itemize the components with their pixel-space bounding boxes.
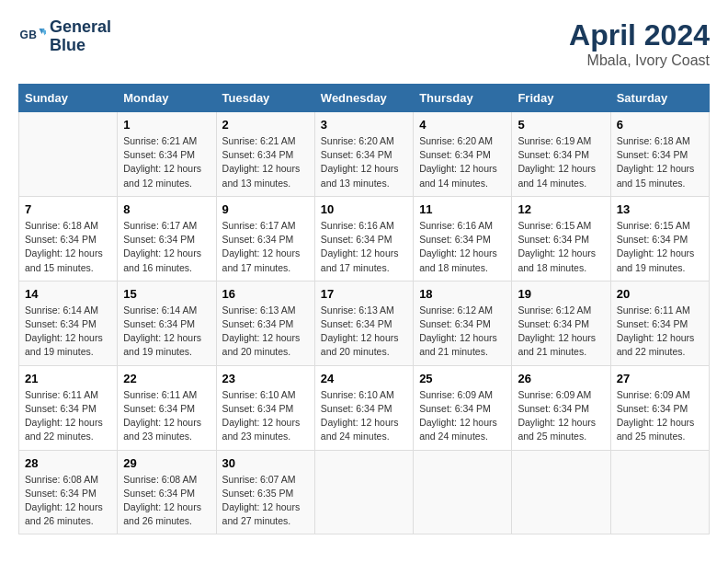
calendar-cell: 15Sunrise: 6:14 AMSunset: 6:34 PMDayligh… (118, 281, 216, 365)
day-info: Sunrise: 6:11 AMSunset: 6:34 PMDaylight:… (617, 304, 703, 360)
calendar-cell: 18Sunrise: 6:12 AMSunset: 6:34 PMDayligh… (414, 281, 512, 365)
day-info: Sunrise: 6:17 AMSunset: 6:34 PMDaylight:… (123, 219, 210, 275)
day-number: 30 (222, 456, 309, 470)
day-number: 29 (123, 456, 210, 470)
day-info: Sunrise: 6:16 AMSunset: 6:34 PMDaylight:… (321, 219, 407, 275)
calendar-cell: 19Sunrise: 6:12 AMSunset: 6:34 PMDayligh… (512, 281, 610, 365)
month-title: April 2024 (569, 18, 710, 52)
calendar-cell: 22Sunrise: 6:11 AMSunset: 6:34 PMDayligh… (118, 365, 216, 450)
calendar-cell: 25Sunrise: 6:09 AMSunset: 6:34 PMDayligh… (414, 365, 512, 450)
day-info: Sunrise: 6:13 AMSunset: 6:34 PMDaylight:… (321, 304, 407, 360)
day-info: Sunrise: 6:11 AMSunset: 6:34 PMDaylight:… (25, 388, 111, 444)
day-info: Sunrise: 6:21 AMSunset: 6:34 PMDaylight:… (123, 134, 210, 190)
day-number: 23 (222, 372, 309, 385)
calendar-cell: 20Sunrise: 6:11 AMSunset: 6:34 PMDayligh… (610, 281, 709, 365)
calendar-cell: 5Sunrise: 6:19 AMSunset: 6:34 PMDaylight… (512, 112, 610, 197)
calendar-cell: 17Sunrise: 6:13 AMSunset: 6:34 PMDayligh… (314, 281, 413, 365)
day-number: 13 (617, 202, 703, 216)
calendar-cell (414, 450, 512, 534)
day-number: 11 (419, 202, 506, 216)
calendar-cell: 14Sunrise: 6:14 AMSunset: 6:34 PMDayligh… (19, 281, 118, 365)
day-info: Sunrise: 6:07 AMSunset: 6:35 PMDaylight:… (222, 473, 309, 529)
day-number: 7 (25, 202, 111, 216)
calendar-cell: 3Sunrise: 6:20 AMSunset: 6:34 PMDaylight… (314, 112, 413, 197)
calendar-cell: 13Sunrise: 6:15 AMSunset: 6:34 PMDayligh… (610, 196, 709, 281)
day-number: 18 (419, 287, 506, 301)
day-info: Sunrise: 6:13 AMSunset: 6:34 PMDaylight:… (222, 304, 309, 360)
day-info: Sunrise: 6:10 AMSunset: 6:34 PMDaylight:… (321, 388, 407, 444)
day-number: 24 (321, 372, 407, 385)
day-number: 12 (518, 202, 604, 216)
day-number: 6 (617, 118, 703, 132)
day-info: Sunrise: 6:15 AMSunset: 6:34 PMDaylight:… (617, 219, 703, 275)
day-info: Sunrise: 6:17 AMSunset: 6:34 PMDaylight:… (222, 219, 309, 275)
calendar-cell: 4Sunrise: 6:20 AMSunset: 6:34 PMDaylight… (414, 112, 512, 197)
calendar-cell: 7Sunrise: 6:18 AMSunset: 6:34 PMDaylight… (19, 196, 118, 281)
day-number: 9 (222, 202, 309, 216)
day-header-friday: Friday (512, 85, 610, 112)
day-number: 20 (617, 287, 703, 301)
calendar-cell (512, 450, 610, 534)
calendar-cell: 29Sunrise: 6:08 AMSunset: 6:34 PMDayligh… (118, 450, 216, 534)
header-row: SundayMondayTuesdayWednesdayThursdayFrid… (19, 85, 710, 112)
day-number: 15 (123, 287, 210, 301)
day-info: Sunrise: 6:09 AMSunset: 6:34 PMDaylight:… (617, 388, 703, 444)
calendar-cell: 21Sunrise: 6:11 AMSunset: 6:34 PMDayligh… (19, 365, 118, 450)
week-row: 21Sunrise: 6:11 AMSunset: 6:34 PMDayligh… (19, 365, 710, 450)
calendar-cell: 16Sunrise: 6:13 AMSunset: 6:34 PMDayligh… (216, 281, 314, 365)
day-info: Sunrise: 6:19 AMSunset: 6:34 PMDaylight:… (518, 134, 604, 190)
calendar-cell: 28Sunrise: 6:08 AMSunset: 6:34 PMDayligh… (19, 450, 118, 534)
day-number: 27 (617, 372, 703, 385)
calendar-cell: 30Sunrise: 6:07 AMSunset: 6:35 PMDayligh… (216, 450, 314, 534)
day-info: Sunrise: 6:20 AMSunset: 6:34 PMDaylight:… (321, 134, 407, 190)
calendar-cell: 11Sunrise: 6:16 AMSunset: 6:34 PMDayligh… (414, 196, 512, 281)
day-info: Sunrise: 6:15 AMSunset: 6:34 PMDaylight:… (518, 219, 604, 275)
day-number: 2 (222, 118, 309, 132)
week-row: 28Sunrise: 6:08 AMSunset: 6:34 PMDayligh… (19, 450, 710, 534)
calendar-cell: 12Sunrise: 6:15 AMSunset: 6:34 PMDayligh… (512, 196, 610, 281)
day-number: 19 (518, 287, 604, 301)
day-header-monday: Monday (118, 85, 216, 112)
calendar-cell: 24Sunrise: 6:10 AMSunset: 6:34 PMDayligh… (314, 365, 413, 450)
day-info: Sunrise: 6:10 AMSunset: 6:34 PMDaylight:… (222, 388, 309, 444)
day-info: Sunrise: 6:14 AMSunset: 6:34 PMDaylight:… (123, 304, 210, 360)
day-info: Sunrise: 6:18 AMSunset: 6:34 PMDaylight:… (617, 134, 703, 190)
day-header-tuesday: Tuesday (216, 85, 314, 112)
day-info: Sunrise: 6:09 AMSunset: 6:34 PMDaylight:… (518, 388, 604, 444)
week-row: 1Sunrise: 6:21 AMSunset: 6:34 PMDaylight… (19, 112, 710, 197)
day-header-sunday: Sunday (19, 85, 118, 112)
week-row: 7Sunrise: 6:18 AMSunset: 6:34 PMDaylight… (19, 196, 710, 281)
day-number: 25 (419, 372, 506, 385)
day-number: 22 (123, 372, 210, 385)
calendar-cell (314, 450, 413, 534)
logo-line1: General (50, 18, 111, 37)
day-info: Sunrise: 6:18 AMSunset: 6:34 PMDaylight:… (25, 219, 111, 275)
logo-icon: G B (18, 23, 46, 51)
calendar-cell (610, 450, 709, 534)
svg-text:G: G (20, 28, 28, 40)
day-info: Sunrise: 6:12 AMSunset: 6:34 PMDaylight:… (518, 304, 604, 360)
logo-line2: Blue (50, 37, 111, 55)
calendar-cell (19, 112, 118, 197)
day-number: 14 (25, 287, 111, 301)
day-number: 28 (25, 456, 111, 470)
calendar-cell: 2Sunrise: 6:21 AMSunset: 6:34 PMDaylight… (216, 112, 314, 197)
calendar-cell: 10Sunrise: 6:16 AMSunset: 6:34 PMDayligh… (314, 196, 413, 281)
calendar-cell: 6Sunrise: 6:18 AMSunset: 6:34 PMDaylight… (610, 112, 709, 197)
title-area: April 2024 Mbala, Ivory Coast (569, 18, 710, 69)
day-number: 21 (25, 372, 111, 385)
day-header-saturday: Saturday (610, 85, 709, 112)
calendar-cell: 23Sunrise: 6:10 AMSunset: 6:34 PMDayligh… (216, 365, 314, 450)
day-info: Sunrise: 6:12 AMSunset: 6:34 PMDaylight:… (419, 304, 506, 360)
day-number: 3 (321, 118, 407, 132)
calendar-body: 1Sunrise: 6:21 AMSunset: 6:34 PMDaylight… (19, 112, 710, 534)
day-info: Sunrise: 6:20 AMSunset: 6:34 PMDaylight:… (419, 134, 506, 190)
calendar-cell: 8Sunrise: 6:17 AMSunset: 6:34 PMDaylight… (118, 196, 216, 281)
day-number: 8 (123, 202, 210, 216)
calendar-cell: 27Sunrise: 6:09 AMSunset: 6:34 PMDayligh… (610, 365, 709, 450)
day-info: Sunrise: 6:08 AMSunset: 6:34 PMDaylight:… (123, 473, 210, 529)
calendar-header: SundayMondayTuesdayWednesdayThursdayFrid… (19, 85, 710, 112)
day-header-wednesday: Wednesday (314, 85, 413, 112)
day-info: Sunrise: 6:16 AMSunset: 6:34 PMDaylight:… (419, 219, 506, 275)
day-number: 4 (419, 118, 506, 132)
